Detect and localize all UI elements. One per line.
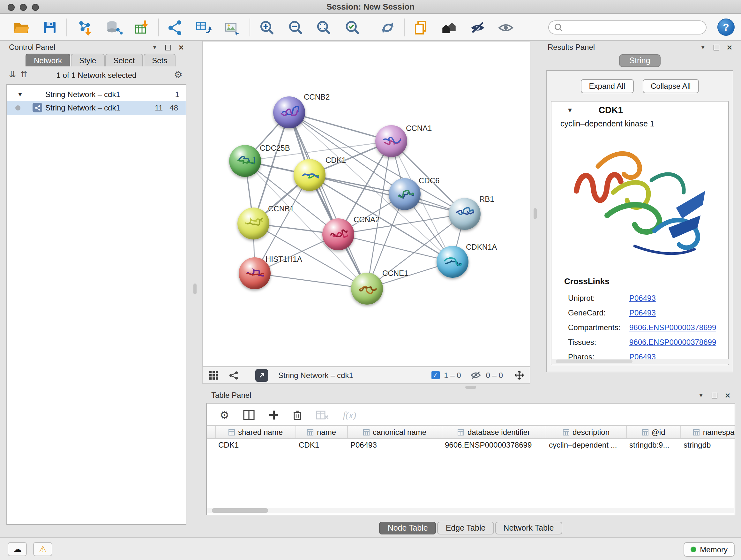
cloud-status-button[interactable]: ☁: [8, 542, 27, 556]
node-label-CCNA1: CCNA1: [406, 124, 432, 133]
right-splitter-handle[interactable]: [534, 208, 537, 219]
expand-all-button[interactable]: Expand All: [581, 79, 633, 93]
function-builder-icon-disabled[interactable]: f(x): [343, 409, 356, 422]
copy-button[interactable]: [410, 17, 431, 38]
network-node-CCNA1[interactable]: [375, 125, 407, 157]
zoom-fit-button[interactable]: [313, 17, 334, 38]
gene-section-header[interactable]: ▼ CDK1: [551, 102, 728, 118]
table-cell[interactable]: stringdb:9...: [627, 439, 681, 451]
network-options-gear-icon[interactable]: ⚙: [174, 69, 183, 80]
table-cell[interactable]: stringdb: [681, 439, 735, 451]
network-node-RB1[interactable]: [449, 198, 481, 230]
warning-status-button[interactable]: ⚠: [33, 542, 52, 556]
column-header-namespac[interactable]: namespac: [681, 426, 735, 438]
tab-sets[interactable]: Sets: [144, 54, 176, 66]
network-node-CCNA2[interactable]: [322, 219, 354, 250]
network-from-table-button[interactable]: [192, 17, 214, 38]
show-columns-icon[interactable]: [244, 409, 255, 422]
save-session-button[interactable]: [39, 17, 61, 38]
table-hscroll-thumb[interactable]: [212, 508, 268, 513]
network-node-CCNB1[interactable]: [238, 207, 269, 240]
network-row-selected[interactable]: String Network – cdk1 11 48: [7, 101, 186, 115]
zoom-selected-button[interactable]: [341, 17, 363, 38]
column-header-database-identifier[interactable]: database identifier: [442, 426, 546, 438]
panel-close-icon[interactable]: ×: [725, 392, 730, 398]
results-tab-string[interactable]: String: [619, 54, 660, 67]
table-row[interactable]: CDK1CDK1P064939606.ENSP00000378699cyclin…: [207, 439, 735, 451]
pan-move-icon[interactable]: [514, 370, 525, 381]
clone-network-button[interactable]: [164, 17, 186, 38]
column-header-canonical-name[interactable]: canonical name: [348, 426, 442, 438]
export-image-button[interactable]: [221, 17, 243, 38]
bottom-splitter-handle[interactable]: [465, 386, 476, 389]
tab-select[interactable]: Select: [105, 54, 143, 66]
tab-node-table[interactable]: Node Table: [380, 522, 436, 535]
home-layout-button[interactable]: [438, 17, 460, 38]
network-edge[interactable]: [338, 234, 453, 262]
tab-edge-table[interactable]: Edge Table: [437, 522, 494, 535]
results-hscroll-thumb[interactable]: [556, 360, 632, 363]
column-header-@id[interactable]: @id: [627, 426, 681, 438]
import-table-from-file-button[interactable]: [131, 17, 152, 38]
search-input[interactable]: [566, 23, 701, 32]
collection-disclosure-icon[interactable]: ▼: [17, 91, 23, 98]
column-header-shared-name[interactable]: shared name: [216, 426, 296, 438]
network-node-CDK1[interactable]: [293, 159, 326, 191]
table-cell[interactable]: CDK1: [216, 439, 296, 451]
panel-close-icon[interactable]: ×: [727, 44, 732, 50]
network-share-icon[interactable]: [228, 371, 239, 380]
crosslink-value-link[interactable]: P06493: [629, 308, 656, 317]
panel-close-icon[interactable]: ×: [179, 44, 184, 50]
add-column-plus-icon[interactable]: [269, 409, 279, 422]
panel-float-icon[interactable]: [714, 44, 719, 50]
panel-float-icon[interactable]: [712, 392, 718, 398]
open-view-in-window-button[interactable]: [255, 369, 268, 381]
panel-menu-icon[interactable]: ▼: [698, 392, 704, 398]
help-button[interactable]: ?: [718, 18, 735, 36]
panel-menu-icon[interactable]: ▼: [700, 44, 706, 51]
crosslink-value-link[interactable]: 9606.ENSP00000378699: [629, 323, 716, 332]
column-header-description[interactable]: description: [546, 426, 627, 438]
network-node-CCNB2[interactable]: [273, 97, 305, 128]
tab-network[interactable]: Network: [25, 54, 70, 66]
eye-slash-icon: [469, 19, 486, 36]
open-session-button[interactable]: [10, 17, 32, 38]
network-node-CDKN1A[interactable]: [436, 246, 468, 278]
column-header-name[interactable]: name: [296, 426, 348, 438]
network-node-CCNE1[interactable]: [351, 273, 383, 305]
table-cell[interactable]: P06493: [348, 439, 442, 451]
delete-column-trash-icon[interactable]: [293, 409, 302, 422]
network-canvas[interactable]: CCNB2CCNA1CDC25BCDK1CDC6RB1CCNB1CCNA2CDK…: [202, 41, 530, 367]
refresh-view-button[interactable]: [377, 17, 398, 38]
birds-eye-grid-icon[interactable]: [209, 371, 218, 380]
table-settings-gear-icon[interactable]: ⚙: [219, 409, 229, 422]
left-splitter-handle[interactable]: [193, 284, 197, 294]
import-network-from-file-button[interactable]: [74, 17, 96, 38]
section-disclosure-icon[interactable]: ▼: [567, 106, 573, 113]
zoom-out-button[interactable]: [285, 17, 307, 38]
network-collection-row[interactable]: ▼ String Network – cdk1 1: [7, 87, 186, 101]
tab-network-table[interactable]: Network Table: [495, 522, 562, 535]
collapse-all-button[interactable]: Collapse All: [643, 79, 699, 93]
network-node-CDC25B[interactable]: [229, 145, 261, 177]
show-graphics-details-button[interactable]: [495, 17, 516, 38]
network-node-CDC6[interactable]: [389, 178, 421, 210]
crosslink-value-link[interactable]: P06493: [629, 294, 656, 302]
import-network-from-database-button[interactable]: [103, 17, 125, 38]
selection-checkbox[interactable]: ✓: [431, 371, 440, 379]
network-edge[interactable]: [255, 273, 367, 289]
tab-style[interactable]: Style: [71, 54, 105, 66]
table-cell[interactable]: CDK1: [296, 439, 348, 451]
panel-menu-icon[interactable]: ▼: [152, 44, 158, 51]
network-edge[interactable]: [310, 175, 465, 214]
cloud-icon: ☁: [13, 544, 22, 554]
memory-button[interactable]: Memory: [683, 542, 735, 557]
delete-table-icon-disabled[interactable]: [316, 409, 329, 422]
crosslink-value-link[interactable]: 9606.ENSP00000378699: [629, 337, 716, 347]
table-cell[interactable]: cyclin–dependent ...: [546, 439, 627, 451]
hide-graphics-details-button[interactable]: [467, 17, 488, 38]
table-cell[interactable]: 9606.ENSP00000378699: [442, 439, 546, 451]
crosslinks-heading: CrossLinks: [564, 276, 610, 286]
panel-float-icon[interactable]: [165, 44, 171, 50]
zoom-in-button[interactable]: [256, 17, 278, 38]
